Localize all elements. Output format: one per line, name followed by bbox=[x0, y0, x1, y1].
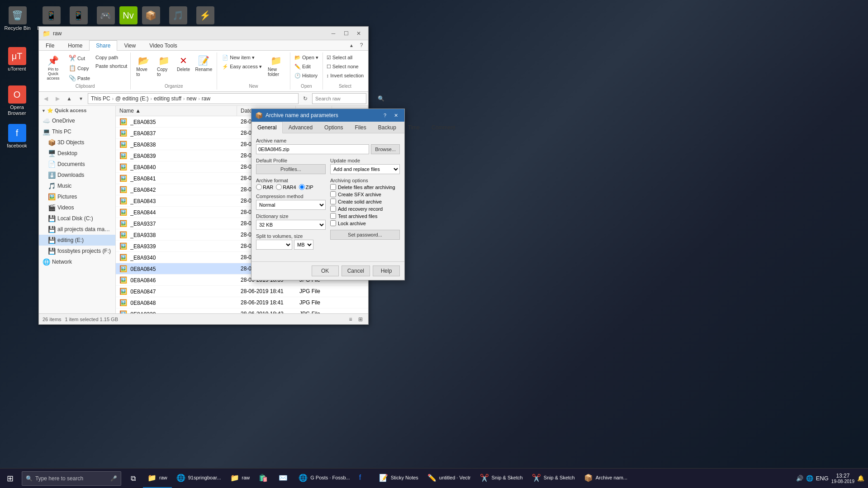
paste-shortcut-btn[interactable]: Paste shortcut bbox=[93, 62, 129, 70]
nav-fossbytes[interactable]: 💾 fossbytes projects (F:) bbox=[39, 246, 115, 256]
dialog-tab-time[interactable]: Time bbox=[402, 122, 426, 133]
opt-lock[interactable]: Lock archive bbox=[330, 220, 400, 226]
taskbar-item-raw[interactable]: 📁 raw bbox=[143, 469, 172, 488]
maximize-button[interactable]: ☐ bbox=[340, 29, 352, 38]
taskbar-clock[interactable]: 13:27 19-08-2019 bbox=[831, 473, 854, 484]
path-segment-editing-stuff[interactable]: editing stuff bbox=[154, 95, 181, 102]
ribbon-help-btn[interactable]: ? bbox=[356, 40, 366, 50]
desktop-icon-recycle-bin[interactable]: 🗑️ Recycle Bin bbox=[0, 5, 34, 33]
nav-documents[interactable]: 📄 Documents bbox=[39, 159, 115, 170]
tab-video-tools[interactable]: Video Tools bbox=[142, 40, 184, 51]
eng-label[interactable]: ENG bbox=[816, 475, 829, 482]
desktop-icon-opera[interactable]: O Opera Browser bbox=[0, 84, 34, 118]
nav-downloads[interactable]: ⬇️ Downloads bbox=[39, 170, 115, 180]
address-path[interactable]: This PC › @ editing (E:) › editing stuff… bbox=[88, 93, 299, 104]
dialog-close-btn[interactable]: ✕ bbox=[391, 111, 401, 119]
copy-path-btn[interactable]: Copy path bbox=[93, 53, 129, 62]
browse-button[interactable]: Browse... bbox=[371, 144, 400, 154]
desktop-icon-utorrent[interactable]: μT uTorrent bbox=[0, 45, 34, 74]
archive-name-input[interactable] bbox=[256, 144, 369, 154]
copy-to-btn[interactable]: 📁 Copy to bbox=[154, 53, 174, 79]
nav-network[interactable]: 🌐 Network bbox=[39, 256, 115, 267]
new-folder-btn[interactable]: 📁 New folder bbox=[265, 53, 287, 79]
dialog-tab-general[interactable]: General bbox=[251, 122, 283, 133]
create-sfx-checkbox[interactable] bbox=[330, 191, 336, 197]
nav-videos[interactable]: 🎬 Videos bbox=[39, 202, 115, 213]
search-input[interactable] bbox=[315, 96, 378, 101]
nav-thispc[interactable]: 💻 This PC bbox=[39, 126, 115, 137]
dialog-help-btn[interactable]: ? bbox=[380, 111, 390, 119]
paste-btn[interactable]: 📎 Paste bbox=[66, 73, 92, 83]
opt-solid[interactable]: Create solid archive bbox=[330, 199, 400, 204]
forward-button[interactable]: ▶ bbox=[52, 94, 62, 104]
volume-icon[interactable]: 🔊 bbox=[796, 475, 803, 482]
nav-desktop[interactable]: 🖥️ Desktop bbox=[39, 148, 115, 159]
taskbar-item-sticky[interactable]: 📝 Sticky Notes bbox=[375, 469, 423, 488]
update-mode-select[interactable]: Add and replace files Add and update fil… bbox=[330, 164, 400, 174]
invert-selection-btn[interactable]: ↕ Invert selection bbox=[324, 71, 366, 80]
minimize-button[interactable]: ─ bbox=[327, 29, 339, 38]
notification-btn[interactable]: 🔔 bbox=[857, 475, 864, 482]
nav-pictures[interactable]: 🖼️ Pictures bbox=[39, 191, 115, 202]
tab-share[interactable]: Share bbox=[89, 40, 117, 51]
set-password-button[interactable]: Set password... bbox=[330, 230, 400, 240]
pin-to-quick-btn[interactable]: 📌 Pin to Quickaccess bbox=[41, 53, 66, 82]
recovery-checkbox[interactable] bbox=[330, 206, 336, 212]
compression-select[interactable]: Normal Store Fastest Fast Good Best bbox=[256, 200, 326, 210]
opt-create-sfx[interactable]: Create SFX archive bbox=[330, 191, 400, 197]
task-view-btn[interactable]: ⧉ bbox=[123, 474, 143, 483]
delete-btn[interactable]: ✕ Delete bbox=[175, 53, 193, 74]
desktop-icon-facebook[interactable]: f facebook bbox=[0, 122, 34, 151]
taskbar-item-snip1[interactable]: ✂️ Snip & Sketch bbox=[475, 469, 527, 488]
taskbar-item-mail[interactable]: ✉️ bbox=[274, 469, 294, 488]
recent-locations-btn[interactable]: ▾ bbox=[76, 94, 86, 104]
dictionary-select[interactable]: 32 KB 64 KB 128 KB bbox=[256, 220, 326, 230]
dialog-tab-files[interactable]: Files bbox=[349, 122, 372, 133]
split-unit-select[interactable]: MB KB GB bbox=[294, 240, 313, 250]
table-row[interactable]: 🖼️ 0E8A0848 28-06-2019 18:41 JPG File bbox=[116, 297, 368, 308]
history-btn[interactable]: 🕐 History bbox=[292, 71, 321, 80]
nav-3d-objects[interactable]: 📦 3D Objects bbox=[39, 137, 115, 148]
new-item-btn[interactable]: 📄 New item ▾ bbox=[220, 53, 264, 62]
opt-test[interactable]: Test archived files bbox=[330, 213, 400, 219]
help-button[interactable]: Help bbox=[373, 265, 400, 276]
format-zip[interactable]: ZIP bbox=[299, 184, 313, 190]
taskbar-item-store[interactable]: 🛍️ bbox=[254, 469, 274, 488]
dialog-tab-backup[interactable]: Backup bbox=[372, 122, 402, 133]
dialog-tab-options[interactable]: Options bbox=[318, 122, 349, 133]
format-rar[interactable]: RAR bbox=[256, 184, 273, 190]
table-row[interactable]: 🖼️ 0E8A9330 28-06-2019 18:42 JPG File bbox=[116, 308, 368, 313]
taskbar-item-posts[interactable]: 🌐 G Posts · Fossb... bbox=[294, 469, 354, 488]
lock-checkbox[interactable] bbox=[330, 220, 336, 226]
solid-checkbox[interactable] bbox=[330, 199, 336, 204]
close-button[interactable]: ✕ bbox=[353, 29, 365, 38]
back-button[interactable]: ◀ bbox=[41, 94, 51, 104]
nav-all-projects[interactable]: 💾 all projects data management (D bbox=[39, 224, 115, 235]
taskbar-item-vectr[interactable]: ✏️ untitled · Vectr bbox=[423, 469, 475, 488]
cancel-button[interactable]: Cancel bbox=[342, 265, 370, 276]
up-button[interactable]: ▲ bbox=[64, 94, 74, 104]
table-row[interactable]: 🖼️ 0E8A0847 28-06-2019 18:41 JPG File bbox=[116, 286, 368, 297]
dialog-tab-comment[interactable]: Comment bbox=[426, 122, 461, 133]
taskbar-item-browser1[interactable]: 🌐 91springboar... bbox=[172, 469, 226, 488]
format-rar4-radio[interactable] bbox=[276, 184, 282, 190]
profiles-button[interactable]: Profiles... bbox=[256, 164, 326, 174]
move-to-btn[interactable]: 📂 Move to bbox=[133, 53, 153, 79]
path-segment-raw[interactable]: raw bbox=[202, 95, 210, 102]
view-tiles-btn[interactable]: ⊞ bbox=[356, 315, 365, 323]
taskbar-search-box[interactable]: 🔍 Type here to search 🎤 bbox=[22, 471, 121, 486]
tab-view[interactable]: View bbox=[117, 40, 142, 51]
format-zip-radio[interactable] bbox=[299, 184, 305, 190]
path-segment-editing[interactable]: @ editing (E:) bbox=[115, 95, 149, 102]
nav-editing-e[interactable]: 💾 editing (E:) bbox=[39, 235, 115, 246]
format-rar4[interactable]: RAR4 bbox=[276, 184, 296, 190]
refresh-btn[interactable]: ↻ bbox=[300, 94, 310, 104]
tab-file[interactable]: File bbox=[39, 40, 61, 51]
edit-btn[interactable]: ✏️ Edit bbox=[292, 62, 321, 71]
opt-delete-files[interactable]: Delete files after archiving bbox=[330, 184, 400, 190]
nav-local-disk-c[interactable]: 💾 Local Disk (C:) bbox=[39, 213, 115, 224]
copy-btn[interactable]: 📋 Copy bbox=[66, 63, 92, 73]
opt-recovery[interactable]: Add recovery record bbox=[330, 206, 400, 212]
view-details-btn[interactable]: ≡ bbox=[346, 315, 355, 323]
nav-music[interactable]: 🎵 Music bbox=[39, 180, 115, 191]
